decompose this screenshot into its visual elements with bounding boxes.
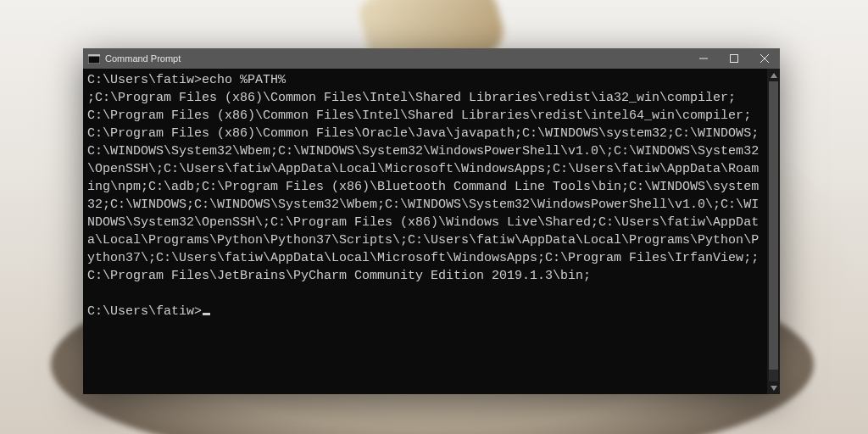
scroll-up-button[interactable] <box>767 69 780 81</box>
chevron-up-icon <box>771 73 777 78</box>
command-text: echo %PATH% <box>202 73 286 87</box>
window-controls <box>688 48 780 69</box>
window-title: Command Prompt <box>105 53 181 64</box>
cursor <box>203 313 210 315</box>
app-icon <box>86 53 102 64</box>
svg-rect-1 <box>88 54 100 57</box>
prompt-line-2: C:\Users\fatiw> <box>87 304 202 319</box>
vertical-scrollbar[interactable] <box>767 69 780 394</box>
minimize-button[interactable] <box>688 48 719 69</box>
maximize-button[interactable] <box>719 48 749 69</box>
chevron-down-icon <box>771 386 777 391</box>
maximize-icon <box>730 54 738 63</box>
close-button[interactable] <box>749 48 780 69</box>
svg-rect-3 <box>731 55 738 63</box>
scroll-down-button[interactable] <box>767 381 780 394</box>
minimize-icon <box>699 54 708 63</box>
scrollbar-thumb[interactable] <box>769 81 778 370</box>
close-icon <box>760 54 769 63</box>
command-prompt-window: Command Prompt C:\Users\fatiw>echo %PATH… <box>83 48 780 394</box>
prompt-line-1: C:\Users\fatiw> <box>87 73 202 87</box>
client-area: C:\Users\fatiw>echo %PATH% ;C:\Program F… <box>83 69 780 394</box>
titlebar[interactable]: Command Prompt <box>83 48 780 69</box>
terminal-output[interactable]: C:\Users\fatiw>echo %PATH% ;C:\Program F… <box>83 69 767 394</box>
path-output: ;C:\Program Files (x86)\Common Files\Int… <box>87 91 759 283</box>
